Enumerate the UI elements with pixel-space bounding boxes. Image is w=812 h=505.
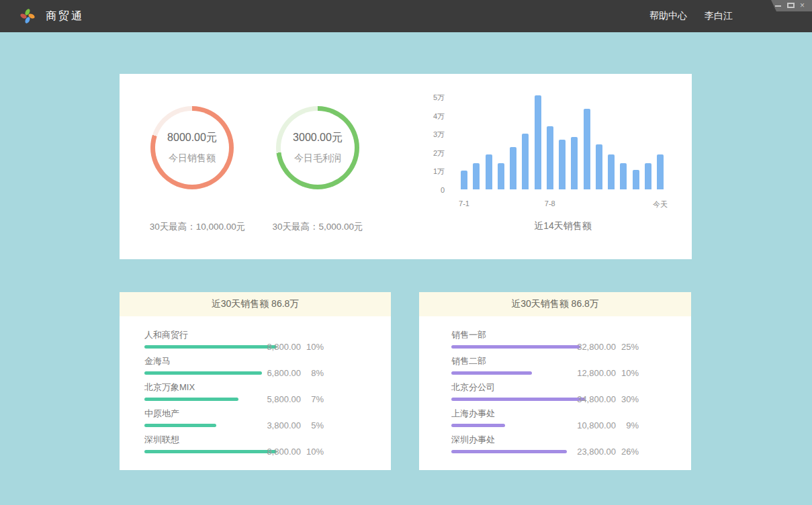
department-rank-card: 近30天销售额 86.8万 销售一部32,800.0025%销售二部12,800… xyxy=(419,292,691,470)
rank-row-percent: 26% xyxy=(616,447,639,457)
rank-row-values: 10,800.009% xyxy=(568,420,639,430)
y-axis-tick: 1万 xyxy=(411,167,445,176)
rank-row-label: 北京万象MIX xyxy=(144,381,357,394)
daily-sales-bar xyxy=(559,140,566,189)
y-axis-tick: 2万 xyxy=(411,148,445,158)
rank-row-label: 上海办事处 xyxy=(451,408,665,420)
rank-row-amount: 8,800.00 xyxy=(253,342,301,352)
daily-sales-bar xyxy=(596,144,602,189)
rank-row-values: 8,800.0010% xyxy=(253,342,324,352)
customer-rank-title: 近30天销售额 86.8万 xyxy=(120,292,391,316)
rank-row-values: 5,800.007% xyxy=(253,394,324,404)
rank-row-values: 12,800.0010% xyxy=(568,368,639,378)
rank-row-percent: 10% xyxy=(616,368,639,378)
y-axis-tick: 5万 xyxy=(411,93,445,102)
rank-row-bar xyxy=(144,424,216,427)
rank-row-amount: 6,800.00 xyxy=(253,368,301,378)
rank-row-percent: 9% xyxy=(616,420,639,430)
rank-row-bar xyxy=(451,345,580,349)
maximize-icon[interactable] xyxy=(787,2,795,9)
rank-row-amount: 32,800.00 xyxy=(568,342,616,352)
rank-row-label: 深圳联想 xyxy=(144,434,357,446)
y-axis-tick: 3万 xyxy=(411,130,445,139)
department-rank-row: 上海办事处10,800.009% xyxy=(451,408,665,434)
titlebar: 商贸通 帮助中心 李白江 × xyxy=(0,0,812,32)
rank-row-amount: 34,800.00 xyxy=(568,394,616,404)
window-controls: × xyxy=(771,0,812,11)
x-axis-tick: 7-8 xyxy=(545,199,555,208)
daily-sales-bar xyxy=(522,134,529,189)
daily-sales-bar xyxy=(498,163,504,189)
daily-sales-bar xyxy=(510,147,516,189)
app-title: 商贸通 xyxy=(46,9,84,24)
rank-row-values: 6,800.008% xyxy=(253,368,324,378)
rank-row-label: 深圳办事处 xyxy=(451,434,665,446)
rank-row-percent: 30% xyxy=(616,394,639,404)
today-overview-card: 8000.00元 今日销售额 3000.00元 今日毛利润 30天最高：10,0… xyxy=(120,74,692,259)
rank-row-values: 34,800.0030% xyxy=(568,394,639,404)
daily-sales-bar xyxy=(547,126,553,189)
daily-sales-chart: 近14天销售额 5万4万3万2万1万07-17-8今天 xyxy=(120,74,692,259)
department-rank-row: 北京分公司34,800.0030% xyxy=(451,381,665,408)
y-axis-tick: 0 xyxy=(411,185,445,195)
help-center-link[interactable]: 帮助中心 xyxy=(649,10,687,22)
daily-sales-plot xyxy=(461,94,665,189)
customer-rank-row: 金海马6,800.008% xyxy=(144,355,357,381)
daily-sales-bar xyxy=(657,154,664,189)
daily-sales-bar xyxy=(645,163,651,189)
rank-row-percent: 8% xyxy=(301,368,324,378)
customer-rank-row: 中原地产3,800.005% xyxy=(144,408,357,434)
department-rank-list: 销售一部32,800.0025%销售二部12,800.0010%北京分公司34,… xyxy=(419,316,691,460)
rank-row-bar xyxy=(451,398,585,401)
rank-row-percent: 25% xyxy=(616,342,639,352)
daily-sales-bar xyxy=(571,137,578,189)
rank-row-percent: 7% xyxy=(301,394,324,404)
user-name-link[interactable]: 李白江 xyxy=(705,10,733,22)
app-window: 商贸通 帮助中心 李白江 × 8000.00元 今日销售额 3000.00元 今… xyxy=(0,0,812,505)
x-axis-tick: 今天 xyxy=(653,199,668,210)
rank-row-amount: 3,800.00 xyxy=(253,420,301,430)
x-axis-tick: 7-1 xyxy=(459,199,469,208)
rank-row-values: 3,800.005% xyxy=(253,420,324,430)
rank-row-percent: 5% xyxy=(301,420,324,430)
rank-row-amount: 10,800.00 xyxy=(568,420,616,430)
minimize-icon[interactable] xyxy=(774,2,782,9)
customer-rank-card: 近30天销售额 86.8万 人和商贸行8,800.0010%金海马6,800.0… xyxy=(120,292,391,470)
department-rank-row: 销售一部32,800.0025% xyxy=(451,329,665,355)
y-axis-tick: 4万 xyxy=(411,111,445,121)
rank-row-label: 销售一部 xyxy=(451,329,665,341)
rank-row-values: 8,800.0010% xyxy=(253,447,324,457)
rank-row-label: 中原地产 xyxy=(144,408,357,420)
daily-chart-title: 近14天销售额 xyxy=(461,220,665,232)
rank-row-bar xyxy=(451,450,567,453)
close-icon[interactable]: × xyxy=(800,2,807,9)
department-rank-row: 深圳办事处23,800.0026% xyxy=(451,434,665,460)
rank-row-bar xyxy=(144,371,262,375)
daily-sales-bar xyxy=(473,163,480,189)
pinwheel-icon xyxy=(19,8,36,24)
rank-row-values: 23,800.0026% xyxy=(568,447,639,457)
rank-row-amount: 23,800.00 xyxy=(568,447,616,457)
rank-row-percent: 10% xyxy=(301,447,324,457)
rank-row-bar xyxy=(451,424,505,427)
daily-sales-bar xyxy=(535,95,541,189)
department-rank-title: 近30天销售额 86.8万 xyxy=(419,292,691,316)
daily-sales-bar xyxy=(608,154,615,189)
rank-row-label: 金海马 xyxy=(144,355,357,367)
rank-row-label: 北京分公司 xyxy=(451,381,665,394)
daily-sales-bar xyxy=(633,170,639,189)
customer-rank-row: 北京万象MIX5,800.007% xyxy=(144,381,357,408)
daily-sales-bar xyxy=(461,171,467,189)
rank-row-label: 销售二部 xyxy=(451,355,665,367)
daily-sales-bar xyxy=(486,154,492,189)
customer-rank-list: 人和商贸行8,800.0010%金海马6,800.008%北京万象MIX5,80… xyxy=(120,316,391,460)
daily-sales-bar xyxy=(620,163,627,189)
rank-row-bar xyxy=(144,398,238,401)
customer-rank-row: 人和商贸行8,800.0010% xyxy=(144,329,357,355)
daily-sales-bar xyxy=(584,109,590,189)
department-rank-row: 销售二部12,800.0010% xyxy=(451,355,665,381)
rank-row-bar xyxy=(451,371,532,375)
rank-row-amount: 12,800.00 xyxy=(568,368,616,378)
rank-row-values: 32,800.0025% xyxy=(568,342,639,352)
customer-rank-row: 深圳联想8,800.0010% xyxy=(144,434,357,460)
